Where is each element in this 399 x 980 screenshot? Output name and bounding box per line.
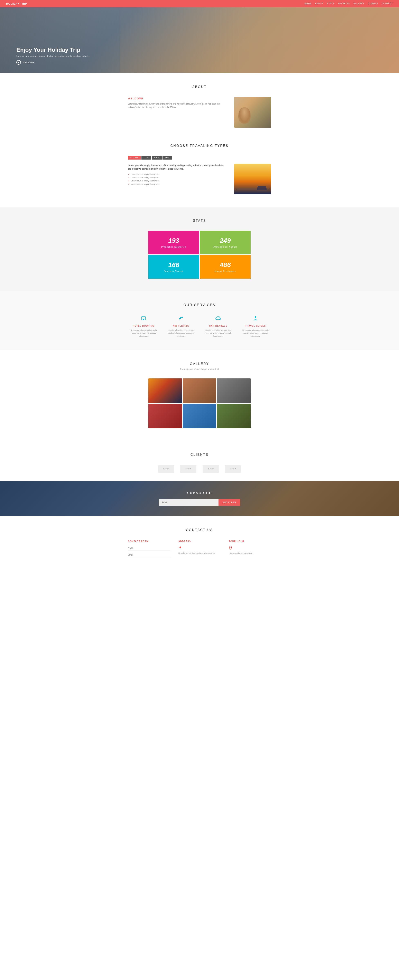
nav-clients[interactable]: CLIENTS [368, 2, 378, 5]
travel-section: CHOOSE TRAVALING TYPES FLIGHT CAR BIKE B… [0, 140, 399, 207]
gallery-item-4[interactable] [149, 404, 182, 428]
travel-title: CHOOSE TRAVALING TYPES [16, 144, 383, 148]
about-inner: WELCOME Lorem ipsum is simply dummy text… [128, 97, 271, 128]
play-icon[interactable]: ▶ [16, 60, 21, 65]
car-desc: Ut enim ad minima veniam, quis nostrum u… [203, 329, 234, 337]
subscribe-form: SUBSCRIBE [158, 499, 241, 506]
stat-agents: 249 Professional Agents [200, 231, 250, 254]
nav-contact[interactable]: CONTACT [382, 2, 393, 5]
travel-list: Lorem ipsum is simply dummy text Lorem i… [128, 173, 226, 185]
contact-grid: CONTACT FORM ADDRESS 📍 Ut enim ad minima… [128, 540, 271, 560]
list-item: Lorem ipsum is simply dummy text [128, 183, 226, 185]
nav-gallery[interactable]: GALLERY [353, 2, 364, 5]
about-title: ABOUT [16, 85, 383, 89]
tab-car[interactable]: CAR [141, 156, 151, 159]
subscribe-title: SUBSCRIBE [16, 491, 383, 495]
nav-home[interactable]: HOME [304, 2, 312, 5]
tour-icon: ⏰ [229, 546, 271, 550]
tour-title: Tour Hour [229, 540, 271, 542]
stat-customers: 486 Happy Customers [200, 255, 250, 278]
stats-title: STATS [16, 219, 383, 223]
hero-title: Enjoy Your Holiday Trip [16, 47, 90, 53]
about-image [234, 97, 271, 128]
stat-properties-label: Properties Submitted [161, 246, 187, 248]
stats-grid: 193 Properties Submitted 249 Professiona… [149, 231, 250, 278]
travel-inner: Lorem ipsum is simply dummy text of the … [128, 164, 271, 194]
flights-name: AIR FLIGHTS [165, 325, 196, 327]
about-text: WELCOME Lorem ipsum is simply dummy text… [128, 97, 226, 109]
gallery-item-3[interactable] [217, 379, 250, 403]
email-field [128, 552, 170, 557]
contact-form-title: CONTACT FORM [128, 540, 170, 542]
name-field [128, 546, 170, 550]
name-input[interactable] [128, 546, 170, 550]
gallery-subtitle: Lorem ipsum is not simply random text [16, 368, 383, 370]
subscribe-email-input[interactable] [158, 499, 218, 506]
car-icon [203, 315, 234, 323]
watch-video-button[interactable]: ▶ Watch Video [16, 60, 90, 65]
flights-icon [165, 315, 196, 323]
list-item: Lorem ipsum is simply dummy text [128, 180, 226, 182]
gallery-title: GALLERY [16, 362, 383, 366]
svg-rect-2 [215, 318, 220, 320]
svg-point-5 [255, 316, 256, 318]
flights-desc: Ut enim ad minima veniam, quis nostrum u… [165, 329, 196, 337]
gallery-item-6[interactable] [217, 404, 250, 428]
tab-bike[interactable]: BIKE [152, 156, 162, 159]
travel-tabs: FLIGHT CAR BIKE BUS [128, 156, 271, 159]
stat-properties-number: 193 [168, 237, 179, 245]
guides-name: TRAVEL GUIDES [240, 325, 271, 327]
tour-text: Ut enim ad minima veniam [229, 552, 271, 555]
services-section: OUR SERVICES HOTEL BOOKING Ut enim ad mi… [0, 291, 399, 350]
services-title: OUR SERVICES [16, 303, 383, 307]
contact-form-col: CONTACT FORM [128, 540, 170, 560]
gallery-item-1[interactable] [149, 379, 182, 403]
nav-logo: HOLIDAY TRIP [6, 2, 27, 5]
stat-stories: 166 Success Stories [149, 255, 199, 278]
address-col: ADDRESS 📍 Ut enim ad minima veniam quis … [179, 540, 221, 560]
nav-services[interactable]: SERVICES [338, 2, 350, 5]
services-grid: HOTEL BOOKING Ut enim ad minima veniam, … [128, 315, 271, 337]
list-item: Lorem ipsum is simply dummy text [128, 173, 226, 175]
list-item: Lorem ipsum is simply dummy text [128, 176, 226, 178]
nav-stats[interactable]: STATS [327, 2, 334, 5]
gallery-item-2[interactable] [183, 379, 216, 403]
hotel-name: HOTEL BOOKING [128, 325, 159, 327]
stat-agents-number: 249 [220, 237, 231, 245]
contact-title: CONTACT US [16, 528, 383, 532]
car-name: CAR RENTALS [203, 325, 234, 327]
svg-rect-1 [143, 319, 144, 320]
nav-about[interactable]: ABOUT [315, 2, 323, 5]
gallery-section: GALLERY Lorem ipsum is not simply random… [0, 350, 399, 441]
address-title: ADDRESS [179, 540, 221, 542]
stat-customers-label: Happy Customers [215, 270, 236, 272]
email-input[interactable] [128, 552, 170, 557]
gallery-item-5[interactable] [183, 404, 216, 428]
hero-subtitle: Lorem ipsum is simply dummy text of the … [16, 55, 90, 57]
stat-customers-number: 486 [220, 261, 231, 269]
clients-title: CLIENTS [16, 453, 383, 457]
address-icon: 📍 [179, 546, 221, 550]
hero-section: Enjoy Your Holiday Trip Lorem ipsum is s… [0, 7, 399, 73]
stat-stories-label: Success Stories [164, 270, 184, 272]
tab-bus[interactable]: BUS [163, 156, 172, 159]
about-welcome-label: WELCOME [128, 97, 226, 100]
guides-icon [240, 315, 271, 323]
service-hotel: HOTEL BOOKING Ut enim ad minima veniam, … [128, 315, 159, 337]
service-flights: AIR FLIGHTS Ut enim ad minima veniam, qu… [165, 315, 196, 337]
hotel-desc: Ut enim ad minima veniam, quis nostrum u… [128, 329, 159, 337]
subscribe-section: SUBSCRIBE SUBSCRIBE [0, 481, 399, 516]
subscribe-button[interactable]: SUBSCRIBE [218, 499, 241, 506]
navbar: HOLIDAY TRIP HOME ABOUT STATS SERVICES G… [0, 0, 399, 7]
address-info: 📍 Ut enim ad minima veniam quis nostrum [179, 546, 221, 555]
tab-flight[interactable]: FLIGHT [128, 156, 141, 159]
about-description: Lorem ipsum is simply dummy text of the … [128, 102, 226, 109]
stats-section: STATS 193 Properties Submitted 249 Profe… [0, 207, 399, 291]
clients-logos: CLIENT CLIENT CLIENT CLIENT [138, 465, 261, 473]
travel-text: Lorem ipsum is simply dummy text of the … [128, 164, 226, 186]
stat-stories-number: 166 [168, 261, 179, 269]
service-car: CAR RENTALS Ut enim ad minima veniam, qu… [203, 315, 234, 337]
client-logo-2: CLIENT [180, 465, 196, 473]
hotel-icon [128, 315, 159, 323]
svg-point-4 [219, 319, 220, 320]
